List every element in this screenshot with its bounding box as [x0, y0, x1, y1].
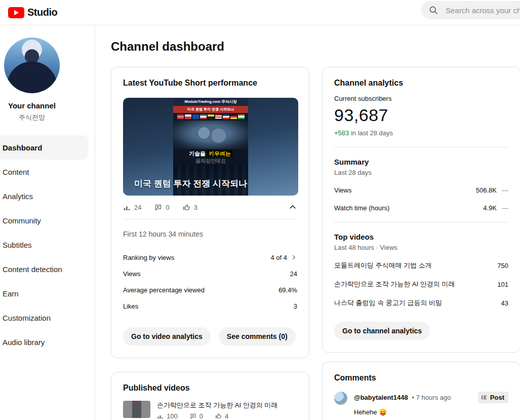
published-videos-title: Published videos: [123, 384, 297, 393]
current-subscribers-label: Current subscribers: [334, 95, 508, 102]
youtube-studio-logo[interactable]: Studio: [8, 7, 57, 18]
top-video-row[interactable]: 모듈트레이딩 주식매매 기법 소개 750: [334, 261, 508, 270]
likes-stat: 3: [183, 204, 197, 211]
channel-analytics-title: Channel analytics: [334, 79, 508, 88]
thumb-up-icon: [215, 413, 222, 419]
sidebar: Your channel 주식전망 Dashboard Content Anal…: [0, 25, 95, 420]
comment-timestamp: • 7 hours ago: [412, 394, 451, 401]
channel-analytics-card: Channel analytics Current subscribers 93…: [322, 67, 520, 353]
subscriber-delta: +583 in last 28 days: [334, 129, 508, 137]
post-badge: Post: [478, 392, 508, 403]
summary-row-watch-time: Watch time (hours) 4.9K —: [334, 204, 508, 212]
short-performance-title: Latest YouTube Short performance: [123, 79, 297, 88]
search-input[interactable]: [446, 6, 520, 15]
summary-subtitle: Last 28 days: [334, 169, 508, 176]
sidebar-item-dashboard[interactable]: Dashboard: [0, 135, 88, 160]
search-bar[interactable]: [421, 1, 520, 19]
metric-likes: Likes 3: [123, 298, 297, 314]
comments-stat: 0: [154, 204, 169, 211]
thumb-header-line1: ModuleTrading.com 주식시장: [173, 98, 248, 106]
your-channel-label: Your channel: [4, 101, 60, 110]
sidebar-menu: Dashboard Content Analytics Community Su…: [0, 135, 95, 354]
comments-card: Comments @babytalent1448 • 7 hours ago: [322, 362, 520, 420]
collapse-card-button[interactable]: [288, 203, 297, 212]
short-video-thumbnail[interactable]: ModuleTrading.com 주식시장 미국 퀀텀 투자 전쟁 시작되나: [123, 98, 298, 196]
channel-avatar[interactable]: [4, 37, 60, 93]
bar-chart-icon: [123, 204, 131, 211]
summary-row-views: Views 506.8K —: [334, 186, 508, 194]
published-videos-card: Published videos 손가락만으로 조작 가능한 AI 안경의 미래…: [111, 372, 309, 420]
page-title: Channel dashboard: [111, 40, 520, 54]
search-icon: [428, 5, 438, 15]
world-map-graphic: [173, 121, 248, 149]
sidebar-item-subtitles[interactable]: Subtitles: [0, 233, 95, 257]
thumb-caption-line1: 기술을 키우려는: [173, 150, 248, 158]
comments-title: Comments: [334, 373, 508, 383]
divider: [334, 222, 508, 222]
comment-icon: [190, 413, 196, 419]
sidebar-item-earn[interactable]: Earn: [0, 281, 95, 306]
brand-text: Studio: [27, 7, 57, 18]
thumb-up-icon: [183, 204, 190, 211]
thumb-header-line2: 미국 퀀텀 투자 전쟁 시작되나: [173, 106, 248, 113]
comment-item: @babytalent1448 • 7 hours ago Post Heheh…: [334, 392, 508, 416]
comment-icon: [154, 204, 162, 211]
sidebar-item-community[interactable]: Community: [0, 208, 95, 233]
metrics-list: Ranking by views 4 of 4 Views 24: [123, 249, 297, 314]
metric-ranking-by-views[interactable]: Ranking by views 4 of 4: [123, 249, 297, 265]
divider: [334, 147, 508, 147]
summary-title: Summary: [334, 158, 508, 166]
views-stat: 24: [123, 204, 141, 211]
top-videos-title: Top videos: [334, 233, 508, 241]
published-video-item[interactable]: 손가락만으로 조작 가능한 AI 안경의 미래 100 0 4: [123, 401, 297, 420]
subscriber-count: 93,687: [334, 105, 508, 125]
bar-chart-icon: [157, 413, 164, 419]
top-video-row[interactable]: 나스닥 출렁임 속 콩고기 급등의 비밀 43: [334, 298, 508, 308]
short-stats-row: 24 0 3: [123, 203, 297, 212]
published-video-thumbnail: [123, 401, 150, 418]
divider: [123, 219, 297, 219]
thumbnail-bottom-caption: 미국 퀀텀 투자 전쟁 시작되나: [134, 178, 247, 189]
flag-row: [173, 113, 248, 121]
go-to-channel-analytics-button[interactable]: Go to channel analytics: [334, 322, 430, 340]
short-performance-card: Latest YouTube Short performance ModuleT…: [111, 67, 309, 358]
sidebar-item-analytics[interactable]: Analytics: [0, 184, 95, 208]
channel-name: 주식전망: [4, 113, 60, 122]
top-videos-subtitle: Last 48 hours · Views: [334, 244, 508, 251]
trend-flat-icon: —: [502, 204, 508, 212]
metric-views: Views 24: [123, 265, 297, 282]
post-icon: [481, 394, 488, 401]
trend-flat-icon: —: [502, 186, 508, 194]
first-hours-label: First 12 hours 34 minutes: [123, 230, 297, 238]
main-content: Channel dashboard Latest YouTube Short p…: [95, 25, 520, 420]
published-video-stats: 100 0 4: [157, 412, 277, 420]
see-comments-button[interactable]: See comments (0): [219, 327, 296, 346]
sidebar-item-customization[interactable]: Customization: [0, 306, 95, 330]
top-bar: Studio: [0, 0, 520, 25]
youtube-play-icon: [8, 7, 24, 18]
commenter-avatar[interactable]: [334, 392, 347, 405]
sidebar-item-content[interactable]: Content: [0, 160, 95, 184]
sidebar-item-content-detection[interactable]: Content detection: [0, 257, 95, 281]
sidebar-item-audio-library[interactable]: Audio library: [0, 330, 95, 354]
go-to-video-analytics-button[interactable]: Go to video analytics: [123, 327, 211, 346]
comment-author[interactable]: @babytalent1448: [354, 394, 408, 401]
metric-avg-percentage-viewed: Average percentage viewed 69.4%: [123, 282, 297, 298]
chevron-up-icon: [288, 203, 297, 212]
chevron-right-icon: [290, 254, 297, 261]
comment-text: Hehehe 😛: [354, 408, 508, 416]
published-video-title: 손가락만으로 조작 가능한 AI 안경의 미래: [157, 401, 277, 410]
top-video-row[interactable]: 손가락만으로 조작 가능한 AI 안경의 미래 101: [334, 280, 508, 289]
thumb-caption-line2: 움직임인데요: [173, 158, 248, 165]
